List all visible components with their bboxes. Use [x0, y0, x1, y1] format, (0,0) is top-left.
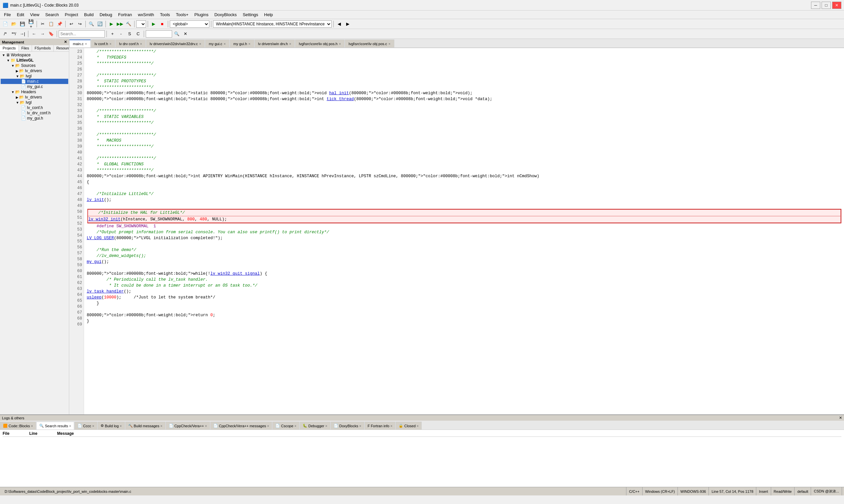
tree-item-lv-drivers[interactable]: ▶📂lv_drivers	[1, 94, 68, 100]
tree-item-lv-drivers[interactable]: ▶📂lv_drivers	[1, 68, 68, 73]
menu-item-doxyblocks[interactable]: DoxyBlocks	[212, 12, 239, 18]
bottom-tab-cscope[interactable]: 📄Cscope×	[272, 422, 299, 430]
nav-next[interactable]: →	[38, 30, 47, 38]
tree-item-lvgl[interactable]: ▼📂lvgl	[1, 73, 68, 79]
minimize-button[interactable]: ─	[811, 2, 820, 9]
editor-tab-lv-drv-conf-h[interactable]: lv drv conf.h×	[115, 39, 146, 48]
bottom-tab-code--blocks[interactable]: 🟧Code::Blocks×	[0, 422, 36, 430]
menu-item-fortran[interactable]: Fortran	[115, 12, 135, 18]
editor-tab-my-gui-h[interactable]: my gui.h×	[230, 39, 254, 48]
menu-item-view[interactable]: View	[28, 12, 42, 18]
bottom-tab-close[interactable]: ×	[417, 424, 419, 428]
search-icon-btn[interactable]: 🔍	[173, 30, 181, 38]
tab-close-icon[interactable]: ×	[199, 42, 201, 46]
bottom-tab-build-messages[interactable]: 🔨Build messages×	[125, 422, 166, 430]
function-dropdown[interactable]: WinMain(HINSTANCE hInstance, HINSTANCE h…	[213, 20, 332, 28]
code-content[interactable]: /**********************/ * TYPEDEFS ****…	[84, 48, 844, 414]
menu-item-edit[interactable]: Edit	[14, 12, 27, 18]
zoom-in[interactable]: +	[108, 30, 116, 38]
bottom-tab-close[interactable]: ×	[294, 424, 296, 428]
bottom-tab-close[interactable]: ×	[92, 424, 94, 428]
replace-button[interactable]: 🔄	[96, 20, 104, 28]
tree-arrow[interactable]: ▶	[16, 69, 18, 73]
tree-arrow[interactable]: ▼	[11, 64, 15, 68]
sidebar-tab-fsymbols[interactable]: FSymbols	[32, 45, 54, 51]
cpp-btn[interactable]: C	[134, 30, 142, 38]
tree-arrow[interactable]: ▼	[16, 101, 19, 104]
tree-item-my-gui-c[interactable]: 📄my_gui.c	[1, 84, 68, 89]
comment2-button[interactable]: **/	[10, 30, 18, 38]
tab-close-icon[interactable]: ×	[339, 42, 341, 46]
menu-item-settings[interactable]: Settings	[240, 12, 261, 18]
sidebar-tab-projects[interactable]: Projects	[0, 45, 19, 51]
bottom-tab-close[interactable]: ×	[325, 424, 327, 428]
bottom-tab-close[interactable]: ×	[390, 424, 392, 428]
find-button[interactable]: 🔍	[87, 20, 95, 28]
editor-tab-my-gui-c[interactable]: my gui.c×	[205, 39, 229, 48]
zoom-out[interactable]: -	[117, 30, 125, 38]
close-button[interactable]: ✕	[832, 2, 841, 9]
build-run-button[interactable]: 🔨	[125, 20, 133, 28]
tree-item-my-gui-h[interactable]: 📄my_gui.h	[1, 115, 68, 121]
tree-item-workspace[interactable]: ▼🖥Workspace	[1, 52, 68, 58]
open-button[interactable]: 📂	[10, 20, 18, 28]
save-all-button[interactable]: 💾+	[27, 20, 35, 28]
tab-close-icon[interactable]: ×	[109, 42, 111, 46]
sidebar-tab-files[interactable]: Files	[19, 45, 32, 51]
bottom-tab-close[interactable]: ×	[205, 424, 207, 428]
bookmark-toggle[interactable]: 🔖	[47, 30, 55, 38]
tree-item-lv-drv-conf-h[interactable]: 📄lv_drv_conf.h	[1, 110, 68, 115]
sidebar-tab-resources[interactable]: Resources	[54, 45, 69, 51]
tree-arrow[interactable]: ▼	[2, 53, 5, 57]
save-button[interactable]: 💾	[18, 20, 27, 28]
tree-item-sources[interactable]: ▼📂Sources	[1, 63, 68, 68]
tree-item-littlevgl[interactable]: ▼📁LittlevGL	[1, 58, 68, 63]
jump-fwd[interactable]: ▶	[344, 20, 352, 28]
bottom-tab-cccc[interactable]: 📄Cccc×	[74, 422, 97, 430]
bottom-tab-close[interactable]: ×	[267, 424, 269, 428]
menu-item-build[interactable]: Build	[82, 12, 96, 18]
tree-item-lv-conf-h[interactable]: 📄lv_conf.h	[1, 105, 68, 110]
bottom-tab-closed[interactable]: 🔒Closed×	[396, 422, 422, 430]
copy-button[interactable]: 📋	[47, 20, 55, 28]
paste-button[interactable]: 📌	[56, 20, 64, 28]
menu-item-file[interactable]: File	[1, 12, 14, 18]
search-input[interactable]	[59, 30, 105, 38]
debug-start[interactable]: ▶	[150, 20, 158, 28]
bottom-panel-close[interactable]: ✕	[839, 416, 842, 420]
bottom-tab-cppcheck-vera--[interactable]: 📄CppCheck/Vera++×	[166, 422, 210, 430]
goto-input[interactable]	[146, 30, 172, 38]
bottom-tab-close[interactable]: ×	[359, 424, 361, 428]
clear-btn[interactable]: ✕	[181, 30, 189, 38]
run-button[interactable]: ▶▶	[116, 20, 124, 28]
cut-button[interactable]: ✂	[38, 20, 47, 28]
editor-tab-lv-conf-h[interactable]: lv conf.h×	[91, 39, 115, 48]
menu-item-tools[interactable]: Tools	[157, 12, 172, 18]
bottom-tab-close[interactable]: ×	[69, 424, 71, 428]
menu-item-help[interactable]: Help	[261, 12, 276, 18]
menu-item-tools+[interactable]: Tools+	[173, 12, 191, 18]
nav-prev[interactable]: ←	[30, 30, 38, 38]
bottom-tab-close[interactable]: ×	[120, 424, 122, 428]
build-button[interactable]: ▶	[107, 20, 115, 28]
indent-button[interactable]: →|	[18, 30, 27, 38]
tab-close-icon[interactable]: ×	[248, 42, 250, 46]
comment-button[interactable]: /*	[1, 30, 9, 38]
editor-tab-lv-drivers-win-drv-h[interactable]: lv drivers\win drv.h×	[255, 39, 295, 48]
tree-item-main-c[interactable]: 📄main.c	[1, 79, 68, 84]
menu-item-search[interactable]: Search	[42, 12, 61, 18]
menu-item-plugins[interactable]: Plugins	[192, 12, 211, 18]
bottom-tab-build-log[interactable]: ⚙Build log×	[98, 422, 125, 430]
editor-tab-lvgl-src-core-lv-obj-pos-h[interactable]: lvgl\src\core\lv obj pos.h×	[295, 39, 345, 48]
tab-close-icon[interactable]: ×	[389, 42, 390, 46]
scope-btn[interactable]: S	[126, 30, 134, 38]
bottom-tab-debugger[interactable]: 🐛Debugger×	[300, 422, 330, 430]
menu-item-project[interactable]: Project	[62, 12, 81, 18]
tab-close-icon[interactable]: ×	[224, 42, 225, 46]
tree-item-lvgl[interactable]: ▼📂lvgl	[1, 100, 68, 105]
bottom-tab-close[interactable]: ×	[160, 424, 162, 428]
tree-item-headers[interactable]: ▼📂Headers	[1, 89, 68, 94]
tree-arrow[interactable]: ▼	[6, 59, 10, 62]
tree-arrow[interactable]: ▼	[11, 90, 15, 94]
bottom-tab-doxyblocks[interactable]: 📄DoxyBlocks×	[331, 422, 364, 430]
